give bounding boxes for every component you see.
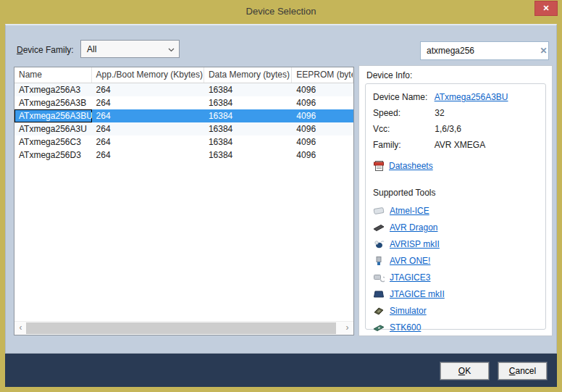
stk600-icon [373,322,385,333]
tool-item: JTAGICE3 [373,269,545,285]
eeprom-cell: 4096 [292,149,353,162]
data-memory-cell: 16384 [204,83,292,96]
column-header-app-boot-memory[interactable]: App./Boot Memory (Kbytes) [92,67,204,83]
eeprom-cell: 4096 [292,96,353,109]
family-label: Family: [373,137,432,153]
close-icon: ✕ [542,4,549,12]
table-row-selected[interactable]: ATxmega256A3BU 264 16384 4096 [14,109,353,122]
app-boot-memory-cell: 264 [92,96,204,109]
device-search-box: ✕ [420,41,549,60]
tool-link[interactable]: Simulator [390,306,427,316]
column-header-eeprom[interactable]: EEPROM (bytes) [292,67,353,83]
device-name-cell: ATxmega256A3B [14,96,92,109]
table-row[interactable]: ATxmega256D3 264 16384 4096 [14,149,353,162]
avr-dragon-icon [373,222,385,233]
ok-button[interactable]: OK [440,362,489,380]
table-row[interactable]: ATxmega256C3 264 16384 4096 [14,135,353,149]
tool-item: AVRISP mkII [373,235,545,252]
app-boot-memory-cell: 264 [92,122,204,135]
avr-one-icon [373,255,385,267]
column-header-name[interactable]: Name [14,67,92,83]
family-value: AVR XMEGA [435,140,485,150]
scroll-right-icon[interactable]: › [341,322,353,335]
device-info-panel: Device Info: Device Name: ATxmega256A3BU… [358,65,553,336]
app-boot-memory-cell: 264 [92,83,204,96]
eeprom-cell: 4096 [292,83,353,96]
pdf-document-icon [373,160,385,172]
scroll-left-icon[interactable]: ‹ [14,322,27,335]
tool-link[interactable]: AVRISP mkII [390,239,440,249]
column-header-data-memory[interactable]: Data Memory (bytes) [204,67,292,83]
avrisp-mkii-icon [373,238,385,250]
eeprom-cell: 4096 [292,135,353,149]
device-table-header: Name App./Boot Memory (Kbytes) Data Memo… [14,67,353,83]
atmel-ice-icon [373,205,385,217]
datasheets-row: Datasheets [373,159,545,173]
eeprom-cell: 4096 [292,122,353,135]
speed-label: Speed: [373,105,432,121]
device-info-fields: Device Name: ATxmega256A3BU Speed: 32 Vc… [366,84,545,153]
scrollbar-thumb[interactable] [26,322,336,334]
device-info-title: Device Info: [366,70,412,80]
device-name-row: Device Name: ATxmega256A3BU [373,89,545,105]
device-name-cell: ATxmega256C3 [14,135,92,149]
tool-link[interactable]: STK600 [390,322,421,333]
vcc-label: Vcc: [373,121,432,137]
tool-item: AVR Dragon [373,219,545,235]
device-selection-dialog: Device Selection ✕ Device Family: All ✕ … [0,0,562,392]
eeprom-cell: 4096 [292,109,353,122]
speed-row: Speed: 32 [373,105,545,121]
simulator-icon [373,305,385,317]
dialog-content: Device Family: All ✕ Name App./Boot Memo… [5,24,557,354]
tool-item: Simulator [373,302,545,319]
data-memory-cell: 16384 [204,96,292,109]
table-row[interactable]: ATxmega256A3 264 16384 4096 [14,83,353,96]
title-bar: Device Selection ✕ [0,0,562,24]
data-memory-cell: 16384 [204,122,292,135]
supported-tools-list: Atmel-ICE AVR Dragon AVRISP mkII [373,202,545,335]
device-info-box: Device Name: ATxmega256A3BU Speed: 32 Vc… [365,83,546,330]
device-name-cell: ATxmega256A3U [14,122,92,135]
device-family-label: Device Family: [17,45,74,55]
data-memory-cell: 16384 [204,109,292,122]
vcc-row: Vcc: 1,6/3,6 [373,121,545,137]
tool-item: JTAGICE mkII [373,285,545,302]
family-row: Family: AVR XMEGA [373,137,545,153]
tool-link[interactable]: Atmel-ICE [390,206,429,216]
device-name-cell: ATxmega256A3BU [14,109,92,122]
supported-tools-title: Supported Tools [373,188,545,198]
data-memory-cell: 16384 [204,149,292,162]
clear-search-icon[interactable]: ✕ [539,46,548,56]
tool-link[interactable]: JTAGICE3 [390,272,430,283]
table-row[interactable]: ATxmega256A3U 264 16384 4096 [14,122,353,135]
footer-bar: OK Cancel [5,354,557,387]
horizontal-scrollbar[interactable]: ‹ › [14,321,353,335]
ok-button-label: OK [441,363,488,379]
tool-link[interactable]: AVR ONE! [390,256,430,266]
app-boot-memory-cell: 264 [92,109,204,122]
tool-link[interactable]: AVR Dragon [390,222,437,233]
jtagice-mkii-icon [373,288,385,300]
tool-item: AVR ONE! [373,252,545,269]
device-table: Name App./Boot Memory (Kbytes) Data Memo… [14,67,354,335]
data-memory-cell: 16384 [204,135,292,149]
datasheets-link[interactable]: Datasheets [389,161,433,171]
device-family-dropdown[interactable]: All [80,40,180,58]
tool-link[interactable]: JTAGICE mkII [390,289,445,299]
tool-item: STK600 [373,319,545,335]
table-row[interactable]: ATxmega256A3B 264 16384 4096 [14,96,353,109]
device-name-cell: ATxmega256A3 [14,83,92,96]
search-input[interactable] [421,46,539,56]
device-name-link[interactable]: ATxmega256A3BU [435,92,508,102]
cancel-button-label: Cancel [499,363,546,379]
chevron-down-icon [163,44,179,54]
device-name-label: Device Name: [373,89,432,105]
speed-value: 32 [435,108,444,118]
tool-item: Atmel-ICE [373,202,545,219]
device-name-cell: ATxmega256D3 [14,149,92,162]
cancel-button[interactable]: Cancel [498,362,547,380]
app-boot-memory-cell: 264 [92,149,204,162]
close-button[interactable]: ✕ [534,1,558,16]
jtagice3-icon [373,272,385,283]
device-family-selected-value: All [81,44,163,54]
